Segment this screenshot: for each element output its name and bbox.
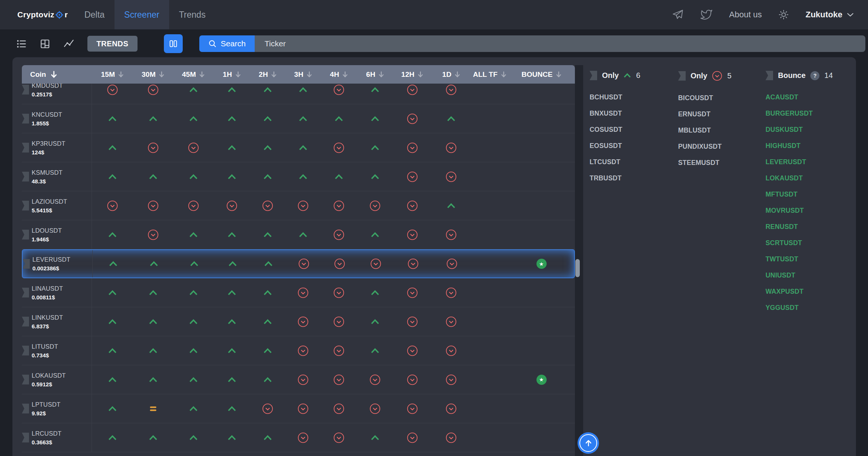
watchlist-item-cosusdt[interactable]: COSUSDT: [590, 122, 680, 138]
watchlist-item-bicousdt[interactable]: BICOUSDT: [678, 90, 769, 106]
column-header-30m[interactable]: 30M: [133, 70, 173, 79]
logo[interactable]: Cryptoviz r: [17, 0, 68, 29]
table-row-linausdt[interactable]: LINAUSDT0.00811$: [22, 278, 575, 307]
trend-up-icon: [335, 174, 343, 180]
bookmark-icon[interactable]: [590, 71, 597, 80]
watchlist-item-leverusdt[interactable]: LEVERUSDT: [766, 154, 856, 170]
signal-cell-1d: [432, 250, 472, 278]
watchlist-item-mblusdt[interactable]: MBLUSDT: [678, 122, 769, 139]
user-menu[interactable]: Zukutoke: [805, 10, 854, 20]
bookmark-icon[interactable]: [22, 317, 29, 326]
watchlist-item-twtusdt[interactable]: TWTUSDT: [766, 251, 856, 267]
bookmark-icon[interactable]: [22, 85, 29, 95]
signal-cell-45m: [173, 191, 213, 220]
watchlist-item-ltcusdt[interactable]: LTCUSDT: [590, 154, 680, 170]
grid-view-icon[interactable]: [40, 38, 50, 49]
watchlist-item-lokausdt[interactable]: LOKAUSDT: [766, 170, 856, 186]
column-header-bounce[interactable]: BOUNCE: [508, 70, 575, 79]
table-row-ksmusdt[interactable]: KSMUSDT48.3$: [22, 162, 575, 191]
watchlist-item-scrtusdt[interactable]: SCRTUSDT: [766, 235, 856, 251]
watchlist-item-acausdt[interactable]: ACAUSDT: [766, 89, 856, 105]
trend-down-icon: [148, 84, 159, 95]
signal-cell-1d: [431, 162, 471, 191]
bookmark-icon[interactable]: [22, 375, 29, 384]
bookmark-icon[interactable]: [22, 230, 29, 239]
watchlist-item-burgerusdt[interactable]: BURGERUSDT: [766, 105, 856, 122]
column-header-1h[interactable]: 1H: [213, 70, 250, 79]
bookmark-icon[interactable]: [22, 404, 29, 413]
coin-name: LDOUSDT: [32, 227, 92, 234]
trend-chart-icon[interactable]: [63, 38, 75, 49]
watchlist-item-renusdt[interactable]: RENUSDT: [766, 219, 856, 235]
table-scrollbar-thumb[interactable]: [575, 259, 580, 277]
watchlist-item-highusdt[interactable]: HIGHUSDT: [766, 138, 856, 154]
table-row-laziousdt[interactable]: LAZIOUSDT5.5415$: [22, 191, 575, 220]
watchlist-item-pundixusdt[interactable]: PUNDIXUSDT: [678, 139, 769, 155]
bookmark-icon[interactable]: [678, 71, 686, 81]
sort-icon: [235, 71, 241, 78]
signal-cell-12h: [393, 278, 431, 307]
list-view-icon[interactable]: [16, 38, 27, 49]
watchlist-item-eosusdt[interactable]: EOSUSDT: [590, 138, 680, 154]
bookmark-icon[interactable]: [22, 143, 29, 153]
signal-cell-6h: [357, 278, 393, 307]
watchlist-item-movrusdt[interactable]: MOVRUSDT: [766, 203, 856, 219]
table-row-kp3rusdt[interactable]: KP3RUSDT124$: [22, 133, 575, 162]
theme-toggle-sun-icon[interactable]: [778, 9, 789, 20]
bookmark-icon[interactable]: [22, 172, 29, 181]
table-row-leverusdt[interactable]: LEVERUSDT0.002386$★: [22, 249, 575, 278]
watchlist-item-bnxusdt[interactable]: BNXUSDT: [590, 105, 680, 122]
watchlist-item-mftusdt[interactable]: MFTUSDT: [766, 186, 856, 203]
signal-cell-1d: [431, 191, 471, 220]
tab-trends[interactable]: Trends: [169, 0, 215, 29]
coin-name: KNCUSDT: [32, 111, 92, 118]
twitter-icon[interactable]: [700, 9, 712, 21]
column-header-4h[interactable]: 4H: [321, 70, 357, 79]
table-row-litusdt[interactable]: LITUSDT0.734$: [22, 336, 575, 365]
trend-down-icon: [407, 142, 418, 153]
table-row-lrcusdt[interactable]: LRCUSDT0.3663$: [22, 423, 575, 452]
column-header-12h[interactable]: 12H: [393, 70, 431, 79]
tab-delta[interactable]: Delta: [75, 0, 115, 29]
table-scrollbar-track[interactable]: [575, 65, 583, 456]
trend-down-icon: [298, 200, 309, 211]
column-header-all-tf[interactable]: ALL TF: [471, 70, 508, 79]
ticker-input[interactable]: [255, 35, 865, 52]
search-button[interactable]: Search: [199, 35, 255, 52]
table-row-ldousdt[interactable]: LDOUSDT1.946$: [22, 220, 575, 249]
trend-up-icon: [371, 116, 379, 122]
bookmark-icon[interactable]: [23, 259, 30, 269]
column-header-1d[interactable]: 1D: [431, 70, 471, 79]
table-row-lptusdt[interactable]: LPTUSDT9.92$: [22, 394, 575, 423]
column-header-coin[interactable]: Coin: [22, 70, 92, 79]
watchlist-item-ernusdt[interactable]: ERNUSDT: [678, 106, 769, 122]
tab-screener[interactable]: Screener: [115, 0, 169, 29]
watchlist-item-yggusdt[interactable]: YGGUSDT: [766, 300, 856, 316]
watchlist-item-waxpusdt[interactable]: WAXPUSDT: [766, 284, 856, 300]
column-header-45m[interactable]: 45M: [173, 70, 213, 79]
columns-toggle-button[interactable]: [164, 34, 183, 53]
watchlist-item-trbusdt[interactable]: TRBUSDT: [590, 170, 680, 186]
about-us-link[interactable]: About us: [729, 10, 762, 20]
watchlist-item-steemusdt[interactable]: STEEMUSDT: [678, 155, 769, 171]
table-row-linkusdt[interactable]: LINKUSDT6.837$: [22, 307, 575, 336]
bookmark-icon[interactable]: [22, 346, 29, 355]
column-header-3h[interactable]: 3H: [285, 70, 321, 79]
bookmark-icon[interactable]: [22, 433, 29, 442]
bookmark-icon[interactable]: [766, 71, 773, 80]
column-header-6h[interactable]: 6H: [357, 70, 393, 79]
bookmark-icon[interactable]: [22, 288, 29, 297]
bookmark-icon[interactable]: [22, 201, 29, 210]
bookmark-icon[interactable]: [22, 114, 29, 124]
trends-button[interactable]: TRENDS: [87, 36, 138, 52]
column-header-15m[interactable]: 15M: [92, 70, 133, 79]
table-row-lokausdt[interactable]: LOKAUSDT0.5912$★: [22, 365, 575, 394]
watchlist-item-uniusdt[interactable]: UNIUSDT: [766, 267, 856, 284]
telegram-icon[interactable]: [672, 9, 684, 21]
scroll-to-top-button[interactable]: [578, 432, 599, 454]
watchlist-item-duskusdt[interactable]: DUSKUSDT: [766, 122, 856, 138]
column-header-2h[interactable]: 2H: [250, 70, 285, 79]
watchlist-item-bchusdt[interactable]: BCHUSDT: [590, 89, 680, 105]
table-row-kmdusdt[interactable]: KMDUSDT0.2517$: [22, 84, 575, 104]
table-row-kncusdt[interactable]: KNCUSDT1.855$: [22, 104, 575, 133]
